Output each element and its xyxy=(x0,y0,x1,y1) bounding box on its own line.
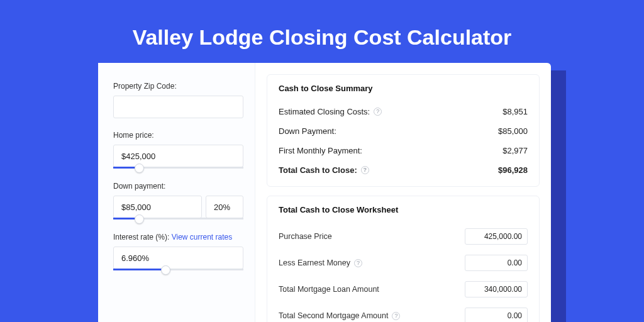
rate-label: Interest rate (%): View current rates xyxy=(113,233,243,242)
zip-label: Property Zip Code: xyxy=(113,82,243,91)
worksheet-row-label: Purchase Price xyxy=(279,232,332,241)
summary-row: Down Payment: $85,000 xyxy=(279,121,528,141)
help-icon[interactable]: ? xyxy=(392,312,400,320)
slider-thumb[interactable] xyxy=(135,214,144,224)
summary-row-value: $8,951 xyxy=(502,107,528,116)
page-title: Valley Lodge Closing Cost Calculator xyxy=(0,25,644,50)
down-payment-input[interactable] xyxy=(113,196,202,218)
slider-thumb[interactable] xyxy=(135,164,144,173)
help-icon[interactable]: ? xyxy=(374,108,382,116)
worksheet-input[interactable] xyxy=(465,228,528,245)
slider-thumb[interactable] xyxy=(161,265,170,275)
worksheet-row-label: Less Earnest Money xyxy=(279,258,350,267)
home-price-input[interactable] xyxy=(113,145,243,167)
summary-total-label: Total Cash to Close: xyxy=(279,165,357,175)
results-column: Cash to Close Summary Estimated Closing … xyxy=(255,63,551,322)
worksheet-row: Total Mortgage Loan Amount xyxy=(279,276,528,303)
summary-card: Cash to Close Summary Estimated Closing … xyxy=(267,74,540,187)
zip-input[interactable] xyxy=(113,96,243,118)
worksheet-title: Total Cash to Close Worksheet xyxy=(279,205,528,214)
down-payment-slider[interactable] xyxy=(113,218,243,220)
worksheet-row-label: Total Mortgage Loan Amount xyxy=(279,285,379,294)
summary-row: First Monthly Payment: $2,977 xyxy=(279,141,528,160)
rate-input[interactable] xyxy=(113,247,243,269)
summary-row: Estimated Closing Costs: ? $8,951 xyxy=(279,102,528,121)
worksheet-input[interactable] xyxy=(465,308,528,322)
worksheet-input[interactable] xyxy=(465,255,528,271)
calculator-panel: Property Zip Code: Home price: Down paym… xyxy=(98,63,551,322)
home-price-slider[interactable] xyxy=(113,167,243,169)
input-column: Property Zip Code: Home price: Down paym… xyxy=(98,63,255,322)
worksheet-row: Purchase Price xyxy=(279,223,528,250)
help-icon[interactable]: ? xyxy=(361,166,369,174)
worksheet-card: Total Cash to Close Worksheet Purchase P… xyxy=(267,196,540,322)
help-icon[interactable]: ? xyxy=(354,259,362,267)
summary-title: Cash to Close Summary xyxy=(279,84,528,93)
summary-row-label: First Monthly Payment: xyxy=(279,146,362,155)
worksheet-row: Total Second Mortgage Amount ? xyxy=(279,303,528,322)
worksheet-row: Less Earnest Money ? xyxy=(279,250,528,276)
worksheet-row-label: Total Second Mortgage Amount xyxy=(279,311,388,320)
view-rates-link[interactable]: View current rates xyxy=(172,233,233,242)
summary-row-label: Estimated Closing Costs: xyxy=(279,107,370,116)
summary-total-row: Total Cash to Close: ? $96,928 xyxy=(279,160,528,180)
down-payment-label: Down payment: xyxy=(113,182,243,191)
summary-total-value: $96,928 xyxy=(498,165,528,175)
down-payment-pct-input[interactable] xyxy=(206,196,243,218)
summary-row-value: $2,977 xyxy=(502,146,528,155)
summary-row-label: Down Payment: xyxy=(279,126,336,136)
rate-slider[interactable] xyxy=(113,269,243,271)
home-price-label: Home price: xyxy=(113,131,243,140)
worksheet-input[interactable] xyxy=(465,281,528,297)
summary-row-value: $85,000 xyxy=(498,126,528,136)
